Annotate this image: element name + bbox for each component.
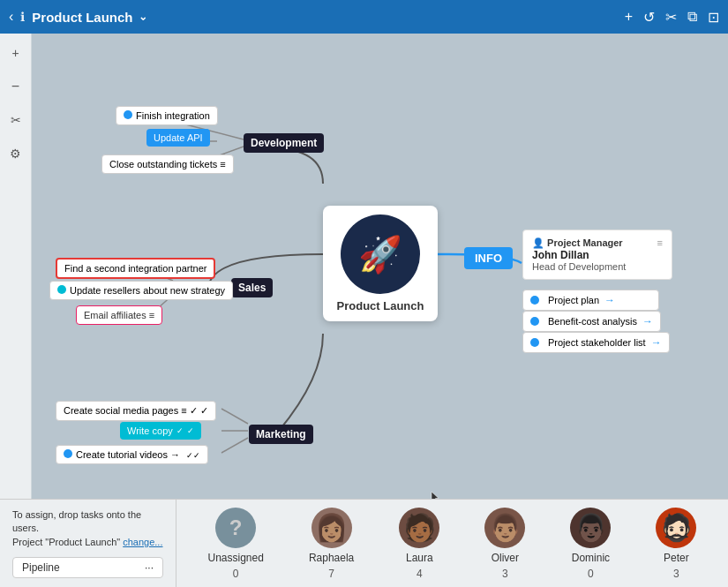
user-item-unassigned[interactable]: ?Unassigned0 xyxy=(208,508,264,580)
user-avatar: 🧔🏻 xyxy=(656,508,696,548)
dot-icon xyxy=(530,296,539,305)
marketing-label[interactable]: Marketing xyxy=(249,425,313,444)
project-plan-link[interactable]: Project plan → xyxy=(522,290,659,311)
svg-line-8 xyxy=(221,438,248,453)
user-count: 3 xyxy=(673,568,679,580)
arrow-icon: → xyxy=(651,336,662,349)
center-card[interactable]: 🚀 Product Launch xyxy=(323,206,438,321)
window-button[interactable]: ⊡ xyxy=(708,9,719,26)
bottom-bar: To assign, drop tasks onto the users. Pr… xyxy=(0,499,728,587)
mind-map-canvas: 🚀 Product Launch Development Finish inte… xyxy=(32,34,728,499)
add-button[interactable]: + xyxy=(625,9,633,25)
dot-cyan-icon xyxy=(57,285,66,294)
sales-label[interactable]: Sales xyxy=(231,278,273,297)
stakeholder-list-link[interactable]: Project stakeholder list → xyxy=(522,332,670,353)
back-button[interactable]: ‹ xyxy=(9,9,13,25)
info-icon: ℹ xyxy=(20,10,25,24)
arrow-icon: → xyxy=(642,315,653,327)
update-api-task[interactable]: Update API xyxy=(146,129,210,147)
header-right: + ↺ ✂ ⧉ ⊡ xyxy=(625,9,719,26)
header-left: ‹ ℹ Product Launch ⌄ xyxy=(9,9,147,25)
svg-line-6 xyxy=(221,409,248,424)
user-item-peter[interactable]: 🧔🏻Peter3 xyxy=(656,508,696,580)
pipeline-button[interactable]: Pipeline ··· xyxy=(12,557,163,578)
app-header: ‹ ℹ Product Launch ⌄ + ↺ ✂ ⧉ ⊡ xyxy=(0,0,728,34)
write-copy-task[interactable]: Write copy ✓✓ xyxy=(120,422,201,440)
change-link[interactable]: change... xyxy=(123,537,162,547)
sidebar: + − ✂ ⚙ xyxy=(0,34,32,499)
user-name: Laura xyxy=(406,552,433,564)
user-item-raphaela[interactable]: 👩🏽Raphaela7 xyxy=(309,508,354,580)
user-item-laura[interactable]: 🧑🏾Laura4 xyxy=(399,508,439,580)
find-integration-partner-task[interactable]: Find a second integration partner xyxy=(56,258,215,279)
scissors-button[interactable]: ✂ xyxy=(665,9,677,26)
user-avatar: 👩🏽 xyxy=(311,508,352,548)
chevron-down-icon[interactable]: ⌄ xyxy=(139,11,147,23)
info-manager-box[interactable]: 👤 Project Manager John Dillan Head of De… xyxy=(522,230,672,280)
close-tickets-task[interactable]: Close outstanding tickets ≡ xyxy=(101,154,234,174)
dot-blue-icon xyxy=(64,449,72,458)
user-count: 0 xyxy=(588,568,594,580)
zoom-in-button[interactable]: + xyxy=(5,42,26,64)
user-avatar: 🧑🏾 xyxy=(399,508,439,548)
user-count: 0 xyxy=(233,568,239,580)
scissors-tool-button[interactable]: ✂ xyxy=(5,109,26,131)
user-avatar: 👨🏿 xyxy=(570,508,611,548)
user-item-dominic[interactable]: 👨🏿Dominic0 xyxy=(570,508,611,580)
user-name: Dominic xyxy=(572,552,610,564)
settings-button[interactable]: ⚙ xyxy=(5,143,26,164)
ellipsis-icon: ··· xyxy=(145,561,154,574)
page-title: Product Launch ⌄ xyxy=(32,10,146,25)
benefit-cost-link[interactable]: Benefit-cost analysis → xyxy=(522,311,661,332)
info-label[interactable]: INFO xyxy=(464,247,513,269)
user-item-oliver[interactable]: 👨🏽Oliver3 xyxy=(484,508,525,580)
dot-icon xyxy=(124,110,132,119)
bottom-left-panel: To assign, drop tasks onto the users. Pr… xyxy=(0,500,176,587)
finish-integration-task[interactable]: Finish integration xyxy=(116,106,218,125)
center-card-icon: 🚀 xyxy=(341,214,420,294)
cursor xyxy=(431,491,439,499)
update-resellers-task[interactable]: Update resellers about new strategy xyxy=(49,281,233,300)
user-name: Peter xyxy=(664,552,689,564)
arrow-icon: → xyxy=(604,294,615,306)
tutorial-videos-task[interactable]: Create tutorial videos → ✓✓ xyxy=(56,445,208,464)
center-card-title: Product Launch xyxy=(332,299,429,312)
user-avatar: ? xyxy=(215,508,256,548)
user-count: 4 xyxy=(417,568,423,580)
user-name: Oliver xyxy=(492,552,519,564)
zoom-out-button[interactable]: − xyxy=(5,76,26,97)
user-name: Raphaela xyxy=(309,552,354,564)
email-affiliates-task[interactable]: Email affiliates ≡ xyxy=(76,305,162,325)
user-count: 7 xyxy=(328,568,334,580)
development-label[interactable]: Development xyxy=(244,133,324,153)
loop-button[interactable]: ↺ xyxy=(643,9,655,26)
users-row: ?Unassigned0👩🏽Raphaela7🧑🏾Laura4👨🏽Oliver3… xyxy=(176,500,728,587)
user-avatar: 👨🏽 xyxy=(484,508,525,548)
user-name: Unassigned xyxy=(208,552,264,564)
dot-icon xyxy=(530,338,539,347)
social-media-task[interactable]: Create social media pages ≡ ✓ ✓ xyxy=(56,401,216,421)
assign-instruction: To assign, drop tasks onto the users. Pr… xyxy=(12,508,163,549)
dot-icon xyxy=(530,317,539,326)
copy-button[interactable]: ⧉ xyxy=(687,9,697,25)
user-count: 3 xyxy=(502,568,508,580)
